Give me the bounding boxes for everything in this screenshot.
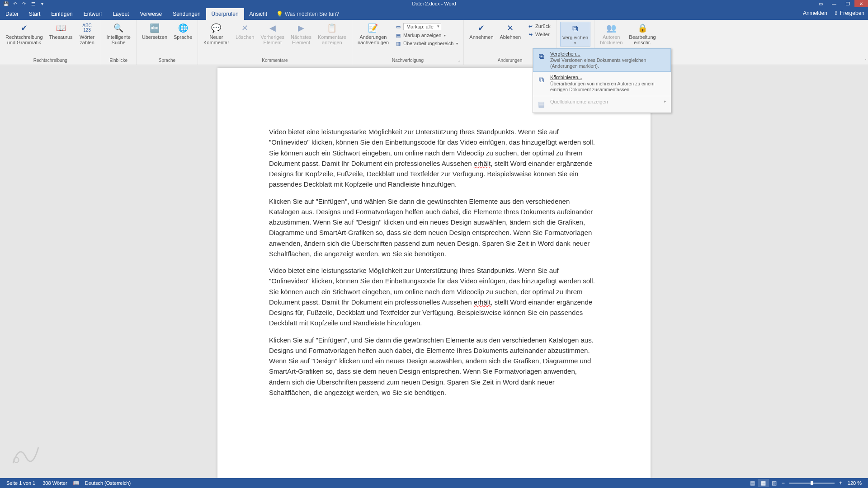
reviewing-pane-label: Überarbeitungsbereich (403, 41, 453, 46)
show-source-icon: ▤ (536, 99, 547, 110)
tab-mailings[interactable]: Sendungen (167, 8, 206, 20)
new-comment-button[interactable]: 💬 Neuer Kommentar (202, 22, 231, 46)
signin-link[interactable]: Anmelden (803, 10, 827, 16)
group-tracking-label[interactable]: Nachverfolgung (356, 57, 460, 64)
chevron-right-icon: ▸ (664, 99, 666, 103)
markup-display-value: Markup: alle (403, 23, 441, 30)
compare-docs-icon: ⧉ (536, 51, 547, 62)
language-icon: 🌐 (178, 23, 189, 33)
tab-review[interactable]: Überprüfen (206, 8, 244, 20)
tell-me-search[interactable]: 💡 Was möchten Sie tun? (276, 8, 339, 20)
group-language: 🔤 Übersetzen 🌐 Sprache Sprache (137, 20, 198, 65)
close-button[interactable]: ✕ (854, 0, 868, 7)
show-comments-button[interactable]: 📋 Kommentare anzeigen (316, 22, 348, 46)
restrict-editing-button[interactable]: 🔒 Bearbeitung einschr. (627, 22, 657, 46)
delete-comment-button[interactable]: ✕ Löschen (234, 22, 256, 41)
tab-layout[interactable]: Layout (107, 8, 134, 20)
page[interactable]: Video bietet eine leistungsstarke Möglic… (217, 68, 651, 478)
smart-lookup-icon: 🔍 (113, 23, 124, 33)
zoom-slider[interactable] (789, 483, 835, 484)
page-indicator[interactable]: Seite 1 von 1 (3, 480, 39, 486)
group-tracking: 📝 Änderungen nachverfolgen ▭ Markup: all… (352, 20, 464, 65)
forward-label: Weiter (535, 32, 550, 37)
tab-insert[interactable]: Einfügen (46, 8, 78, 20)
accept-label: Annehmen (469, 34, 493, 40)
print-layout-view[interactable]: ▦ (758, 479, 769, 487)
delete-comment-label: Löschen (236, 34, 255, 40)
share-icon: ⇪ (834, 10, 838, 16)
paragraph-2[interactable]: Klicken Sie auf "Einfügen", und wählen S… (269, 196, 599, 259)
smart-lookup-label: Intelligente Suche (107, 34, 131, 45)
redo-icon[interactable]: ↷ (21, 0, 27, 7)
compare-menu: ⧉ Vergleichen... Zwei Versionen eines Do… (533, 48, 671, 113)
reject-button[interactable]: ✕ Ablehnen (498, 22, 523, 41)
thesaurus-button[interactable]: 📖 Thesaurus (47, 22, 75, 41)
zoom-thumb[interactable] (811, 481, 813, 485)
compare-label: Vergleichen (562, 35, 589, 40)
spelling-error: erhält (474, 298, 491, 306)
touch-mode-icon[interactable]: ☰ (30, 0, 36, 7)
undo-icon[interactable]: ↶ (12, 0, 18, 7)
watermark-logo (10, 440, 42, 467)
prev-comment-button[interactable]: ◀ Vorheriges Element (259, 22, 286, 46)
track-changes-button[interactable]: 📝 Änderungen nachverfolgen (356, 22, 391, 46)
block-authors-button[interactable]: 👥 Autoren blockieren (598, 22, 624, 46)
next-comment-button[interactable]: ▶ Nächstes Element (289, 22, 313, 46)
smart-lookup-button[interactable]: 🔍 Intelligente Suche (105, 22, 132, 46)
group-proofing: ✔ Rechtschreibung und Grammatik 📖 Thesau… (0, 20, 101, 65)
next-change-button[interactable]: ↪ Weiter (525, 31, 552, 38)
translate-button[interactable]: 🔤 Übersetzen (140, 22, 169, 41)
accept-button[interactable]: ✔ Annehmen (467, 22, 495, 41)
collapse-ribbon-icon[interactable]: ˆ (865, 59, 866, 64)
spelling-icon: ✔ (19, 23, 29, 33)
proofing-indicator-icon[interactable]: 📖 (71, 480, 81, 486)
word-count[interactable]: 308 Wörter (39, 480, 71, 486)
language-button[interactable]: 🌐 Sprache (172, 22, 194, 41)
group-language-label: Sprache (140, 57, 194, 64)
lightbulb-icon: 💡 (276, 11, 283, 17)
maximize-button[interactable]: ❐ (841, 0, 854, 7)
spelling-button[interactable]: ✔ Rechtschreibung und Grammatik (4, 22, 45, 46)
previous-change-button[interactable]: ↩ Zurück (525, 23, 552, 30)
tab-references[interactable]: Verweise (134, 8, 167, 20)
back-icon: ↩ (527, 23, 533, 29)
show-comments-label: Kommentare anzeigen (318, 34, 346, 45)
thesaurus-icon: 📖 (56, 23, 66, 33)
zoom-out-button[interactable]: − (780, 480, 787, 486)
group-insights: 🔍 Intelligente Suche Einblicke (101, 20, 137, 65)
markup-display-dropdown[interactable]: ▭ Markup: alle (393, 23, 460, 31)
tab-view[interactable]: Ansicht (244, 8, 273, 20)
share-button[interactable]: ⇪Freigeben (834, 10, 864, 16)
tab-draft[interactable]: Entwurf (78, 8, 108, 20)
reviewing-pane-dropdown[interactable]: ▥ Überarbeitungsbereich ▾ (393, 40, 460, 47)
compare-menu-show-source-title: Quelldokumente anzeigen (550, 99, 608, 104)
compare-menu-compare[interactable]: ⧉ Vergleichen... Zwei Versionen eines Do… (533, 48, 671, 72)
save-icon[interactable]: 💾 (3, 0, 9, 7)
web-layout-view[interactable]: ▧ (769, 479, 780, 487)
compare-button[interactable]: ⧉ Vergleichen ▾ (560, 22, 591, 47)
paragraph-1[interactable]: Video bietet eine leistungsstarke Möglic… (269, 127, 599, 190)
tab-file[interactable]: Datei (0, 8, 24, 20)
tab-home[interactable]: Start (24, 8, 46, 20)
ribbon-display-icon[interactable]: ▭ (814, 0, 827, 7)
show-markup-dropdown[interactable]: ▤ Markup anzeigen ▾ (393, 32, 460, 39)
new-comment-label: Neuer Kommentar (203, 34, 229, 45)
track-changes-icon: 📝 (368, 23, 378, 33)
reject-label: Ablehnen (500, 34, 521, 40)
language-indicator[interactable]: Deutsch (Österreich) (81, 480, 134, 486)
ribbon-tabs: Datei Start Einfügen Entwurf Layout Verw… (0, 7, 868, 20)
accept-icon: ✔ (476, 23, 487, 33)
delete-comment-icon: ✕ (240, 23, 250, 33)
group-comments: 💬 Neuer Kommentar ✕ Löschen ◀ Vorheriges… (198, 20, 352, 65)
paragraph-4[interactable]: Klicken Sie auf "Einfügen", und Sie dann… (269, 335, 599, 398)
read-mode-view[interactable]: ▤ (747, 479, 758, 487)
paragraph-3[interactable]: Video bietet eine leistungsstarke Möglic… (269, 265, 599, 328)
spelling-error: erhält (474, 160, 491, 167)
compare-menu-combine[interactable]: ⧉ Kombinieren... Überarbeitungen von meh… (533, 72, 671, 95)
zoom-in-button[interactable]: + (837, 480, 844, 486)
minimize-button[interactable]: — (827, 0, 841, 7)
zoom-level[interactable]: 120 % (844, 480, 865, 486)
back-label: Zurück (535, 23, 551, 29)
wordcount-button[interactable]: ABC123 Wörter zählen (77, 22, 97, 46)
qat-customize-icon[interactable]: ▾ (39, 0, 45, 7)
